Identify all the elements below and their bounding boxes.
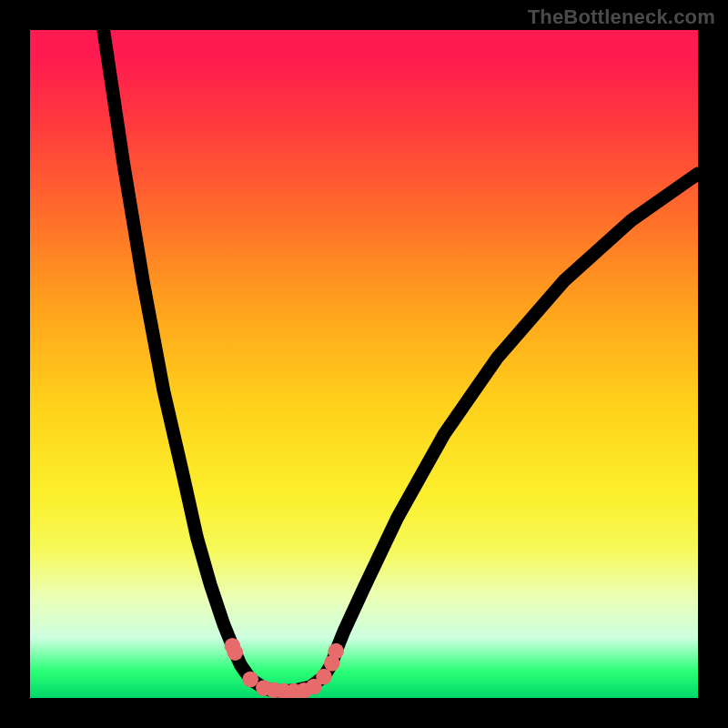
highlight-dot (228, 644, 244, 661)
highlight-dot (316, 669, 332, 685)
right-curve-line (298, 174, 698, 690)
left-curve-line (104, 30, 271, 690)
highlight-dot (328, 643, 344, 660)
highlight-dot (242, 672, 258, 688)
watermark-text: TheBottleneck.com (528, 5, 715, 29)
chart-stage: TheBottleneck.com (0, 0, 728, 728)
chart-svg (30, 30, 698, 698)
plot-area (30, 30, 698, 698)
